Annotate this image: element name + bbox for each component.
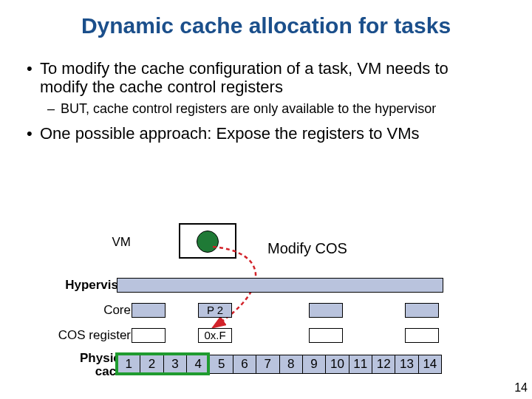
cache-cell: 13	[395, 355, 418, 374]
core-box-3	[405, 303, 439, 318]
cache-cell: 8	[280, 355, 303, 374]
slide-title: Dynamic cache allocation for tasks	[0, 13, 532, 38]
cache-cell: 3	[164, 355, 187, 374]
bullet-1: To modify the cache configuration of a t…	[27, 59, 499, 97]
cache-cell: 9	[303, 355, 326, 374]
cos-row: 0x.F	[117, 328, 442, 343]
cos-box-2	[309, 328, 343, 343]
cache-cell: 6	[233, 355, 256, 374]
cache-cell: 1	[117, 355, 140, 374]
core-box-2	[309, 303, 343, 318]
cos-box-oxF: 0x.F	[198, 328, 232, 343]
body-text: To modify the cache configuration of a t…	[27, 59, 499, 147]
slide-number: 14	[514, 381, 528, 395]
cos-box-3	[405, 328, 439, 343]
cos-box-0	[132, 328, 166, 343]
cache-cell: 2	[140, 355, 163, 374]
cache-cell: 10	[326, 355, 349, 374]
cache-cell: 7	[256, 355, 279, 374]
cache-cell: 5	[210, 355, 233, 374]
label-modify-cos: Modify COS	[267, 240, 347, 257]
bullet-2: One possible approach: Expose the regist…	[27, 124, 499, 143]
label-vm: VM	[112, 235, 132, 250]
core-box-p2: P 2	[198, 303, 232, 318]
vm-circle-icon	[197, 231, 219, 253]
diagram: VM Hypervisor Core COS register Physical…	[38, 222, 482, 384]
core-box-0	[132, 303, 166, 318]
cache-row: 1 2 3 4 5 6 7 8 9 10 11 12 13 14	[117, 355, 442, 374]
hypervisor-bar	[117, 278, 443, 293]
cache-cell: 12	[372, 355, 395, 374]
cache-cell: 14	[419, 355, 442, 374]
cache-cell: 11	[349, 355, 372, 374]
core-row: P 2	[117, 303, 442, 318]
bullet-1-sub: BUT, cache control registers are only av…	[43, 101, 499, 117]
cache-cell: 4	[187, 355, 210, 374]
